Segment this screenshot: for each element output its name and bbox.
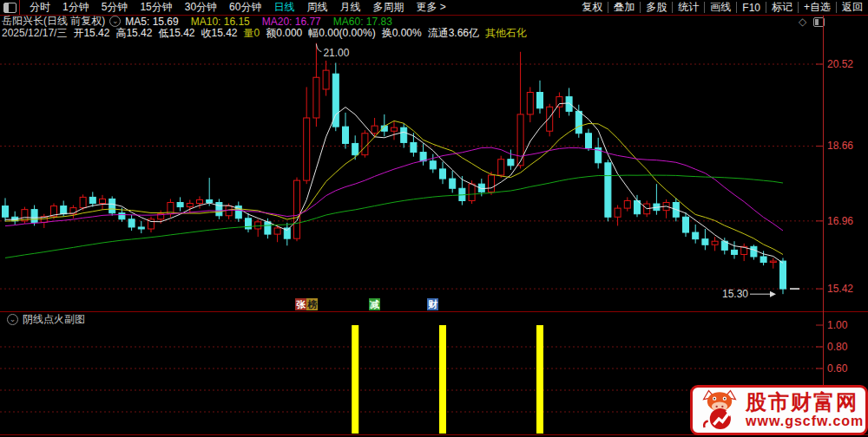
panel-toggle-icon[interactable] bbox=[3, 3, 16, 13]
quote-field: 高15.42 bbox=[115, 26, 152, 41]
quote-field: 2025/12/17/三 bbox=[2, 26, 67, 41]
menubar-divider bbox=[19, 0, 20, 15]
stock-app-window: 分时1分钟5分钟15分钟30分钟60分钟日线周线月线多周期更多 > 复权叠加多股… bbox=[0, 0, 868, 437]
event-badge-group: 减 bbox=[369, 298, 380, 310]
period-tab[interactable]: 月线 bbox=[339, 1, 360, 13]
toolbar-divider bbox=[736, 2, 737, 13]
axis-tick-label: 16.96 bbox=[827, 215, 867, 227]
period-tab[interactable]: 15分钟 bbox=[140, 1, 172, 13]
signal-bar bbox=[352, 325, 358, 434]
period-tab[interactable]: 60分钟 bbox=[229, 1, 261, 13]
quote-field: 收15.42 bbox=[201, 26, 238, 41]
period-tab[interactable]: 30分钟 bbox=[185, 1, 217, 13]
diamond-icon[interactable]: ◇ bbox=[799, 16, 806, 28]
event-badge-group: 财 bbox=[427, 298, 438, 310]
watermark-site-name: 股市财富网 bbox=[746, 391, 864, 414]
toolbar-divider bbox=[798, 2, 799, 13]
event-badge: 榜 bbox=[306, 298, 318, 310]
axis-border bbox=[823, 16, 824, 434]
candlestick-chart[interactable]: 21.0015.30 bbox=[0, 40, 823, 311]
event-badge: 财 bbox=[427, 298, 438, 310]
quote-field: 低15.42 bbox=[158, 26, 194, 41]
svg-text:21.00: 21.00 bbox=[323, 47, 349, 59]
bull-icon bbox=[697, 388, 742, 432]
toolbar-divider bbox=[704, 2, 705, 13]
period-tab[interactable]: 1分钟 bbox=[62, 1, 89, 13]
period-menubar: 分时1分钟5分钟15分钟30分钟60分钟日线周线月线多周期更多 > 复权叠加多股… bbox=[0, 0, 868, 16]
axis-tick-label: 18.66 bbox=[827, 140, 867, 152]
period-tab[interactable]: 5分钟 bbox=[102, 1, 128, 13]
toolbar-divider bbox=[766, 2, 766, 13]
quote-field: 量0 bbox=[244, 26, 260, 41]
toolbar: 复权叠加多股统计画线F10标记+自选返回 bbox=[576, 0, 868, 15]
period-tabs: 分时1分钟5分钟15分钟30分钟60分钟日线周线月线多周期更多 > bbox=[23, 0, 452, 15]
quote-field: 额0.000 bbox=[266, 26, 302, 41]
signal-bar bbox=[439, 325, 446, 434]
svg-text:15.30: 15.30 bbox=[722, 288, 748, 300]
quote-field: 其他石化 bbox=[485, 26, 527, 41]
toolbar-button[interactable]: F10 bbox=[742, 2, 760, 14]
watermark-site-url: www.gscfw.com bbox=[746, 414, 864, 429]
watermark-logo: 股市财富网 www.gscfw.com bbox=[690, 385, 868, 435]
toolbar-button[interactable]: 叠加 bbox=[614, 0, 635, 15]
event-badge: 减 bbox=[369, 298, 380, 310]
toolbar-button[interactable]: +自选 bbox=[804, 0, 831, 15]
axis-tick-label: 0.60 bbox=[827, 362, 867, 375]
toolbar-button[interactable]: 画线 bbox=[710, 0, 731, 15]
toolbar-divider bbox=[672, 2, 673, 13]
period-tab[interactable]: 周线 bbox=[306, 1, 327, 13]
toolbar-button[interactable]: 多股 bbox=[646, 0, 667, 15]
axis-tick-label: 1.00 bbox=[827, 319, 867, 331]
signal-bar bbox=[536, 325, 543, 434]
quote-field: 开15.42 bbox=[73, 26, 109, 41]
toolbar-divider bbox=[836, 2, 837, 13]
toolbar-divider bbox=[608, 2, 608, 13]
event-badge: 张 bbox=[295, 298, 306, 310]
period-tab[interactable]: 多周期 bbox=[372, 1, 404, 13]
axis-tick-label: 0.80 bbox=[827, 341, 867, 353]
axis-tick-label: 15.42 bbox=[827, 283, 867, 295]
quote-bar: 2025/12/17/三开15.42高15.42低15.42收15.42量0额0… bbox=[2, 27, 821, 39]
toolbar-button[interactable]: 复权 bbox=[582, 0, 602, 15]
toolbar-divider bbox=[640, 2, 641, 13]
period-tab[interactable]: 更多 > bbox=[416, 1, 445, 13]
toolbar-button[interactable]: 统计 bbox=[678, 0, 699, 15]
quote-field: 流通3.66亿 bbox=[428, 26, 479, 41]
quote-field: 换0.00% bbox=[382, 26, 422, 41]
axis-tick-label: 20.52 bbox=[827, 58, 867, 70]
toolbar-button[interactable]: 标记 bbox=[772, 0, 792, 15]
period-tab[interactable]: 分时 bbox=[30, 1, 50, 13]
period-tab[interactable]: 日线 bbox=[273, 1, 294, 13]
panel-separator bbox=[0, 311, 868, 312]
quote-field: 幅0.00(0.00%) bbox=[308, 26, 375, 41]
event-badge-group: 张榜 bbox=[295, 298, 318, 310]
toolbar-button[interactable]: 返回 bbox=[842, 0, 863, 15]
